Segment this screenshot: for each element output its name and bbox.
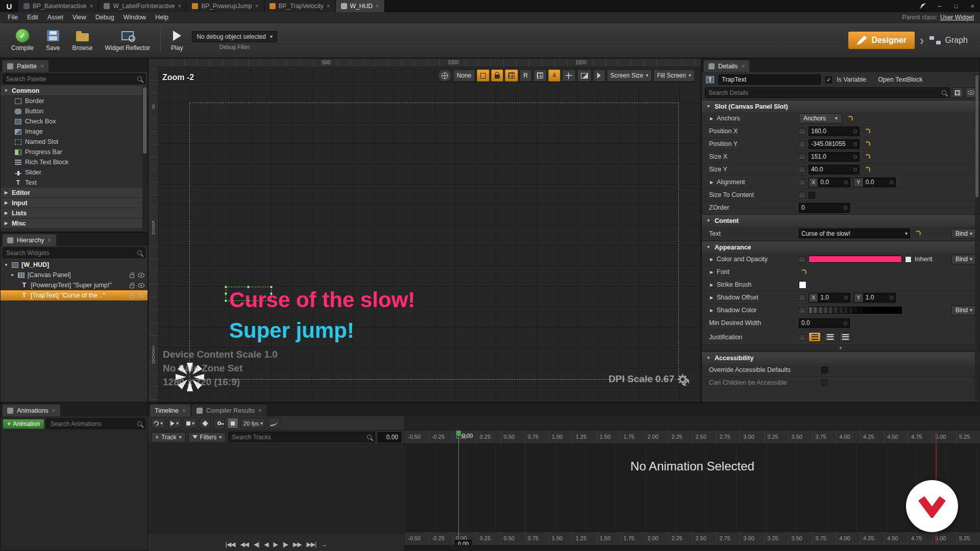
collapsed-arrow-icon[interactable]: ▶	[709, 180, 714, 185]
timeline-horizontal-scrollbar[interactable]	[405, 545, 980, 551]
palette-group-input[interactable]: ▶ Input	[1, 198, 148, 208]
close-icon[interactable]: ×	[48, 237, 52, 243]
scrollbar-thumb[interactable]	[975, 75, 978, 197]
grid-snap-button[interactable]	[533, 69, 547, 82]
close-icon[interactable]: ×	[178, 3, 181, 9]
doc-tab-bp-baseinteractive[interactable]: BP_BaseInteractive ×	[18, 0, 99, 12]
previous-frame-button[interactable]: ◀◀	[240, 541, 248, 548]
reset-to-default-icon[interactable]	[915, 231, 921, 236]
loop-button[interactable]: →	[321, 541, 327, 548]
position-y-field[interactable]: -345.081055	[808, 139, 860, 149]
hierarchy-tab[interactable]: Hierarchy ×	[3, 234, 56, 246]
reset-to-default-icon[interactable]	[865, 129, 870, 134]
section-slot[interactable]: ▼ Slot (Canvas Panel Slot)	[702, 100, 979, 112]
section-content[interactable]: ▼ Content	[702, 214, 979, 227]
palette-tab[interactable]: Palette ×	[3, 60, 48, 72]
dial-icon[interactable]	[890, 296, 893, 299]
alignment-x-field[interactable]: X0.0	[808, 178, 850, 187]
keyframe-icon[interactable]	[799, 128, 805, 134]
keyframe-icon[interactable]	[799, 179, 805, 185]
playback-options-button[interactable]: ▾	[168, 418, 181, 429]
details-search-input[interactable]	[708, 89, 939, 96]
palette-item-border[interactable]: Border	[1, 96, 148, 106]
close-icon[interactable]: ×	[741, 63, 745, 69]
shadow-color-bind-button[interactable]: Bind▾	[951, 306, 976, 315]
dial-icon[interactable]	[844, 206, 847, 210]
reset-to-default-icon[interactable]	[865, 167, 870, 172]
palette-group-editor[interactable]: ▶ Editor	[1, 188, 148, 198]
play-button[interactable]: Play	[165, 27, 189, 54]
close-icon[interactable]: ×	[376, 3, 379, 9]
hierarchy-row-poweruptext[interactable]: T [PowerupText] "Super jump!"	[1, 280, 148, 290]
go-to-front-button[interactable]: |◀◀	[226, 541, 235, 548]
scrollbar-thumb[interactable]	[143, 87, 146, 154]
step-forward-button[interactable]: |▶	[283, 541, 288, 548]
play-reverse-button[interactable]: ◀	[264, 541, 268, 548]
step-back-button[interactable]: ◀|	[254, 541, 259, 548]
expanded-arrow-icon[interactable]: ▼	[4, 88, 9, 93]
save-button[interactable]: Save	[40, 27, 66, 54]
menu-view[interactable]: View	[68, 14, 91, 21]
track-search[interactable]	[228, 432, 375, 442]
keyframe-icon[interactable]	[799, 192, 805, 198]
text-value-input[interactable]	[801, 230, 903, 237]
go-to-end-button[interactable]: ▶▶|	[307, 541, 316, 548]
dial-icon[interactable]	[844, 296, 848, 299]
window-close-button[interactable]: ×	[965, 0, 980, 12]
palette-item-checkbox[interactable]: Check Box	[1, 116, 148, 127]
section-accessibility[interactable]: ▼ Accessibility	[702, 352, 979, 364]
hierarchy-search[interactable]	[3, 247, 145, 258]
debug-object-dropdown[interactable]: No debug object selected ▾	[192, 31, 277, 42]
designer-mode-button[interactable]: Designer	[848, 32, 914, 49]
animations-search-input[interactable]	[50, 420, 134, 428]
hierarchy-row-canvaspanel[interactable]: ▼ [Canvas Panel]	[1, 270, 148, 280]
keyframe-icon[interactable]	[799, 307, 805, 313]
menu-asset[interactable]: Asset	[43, 14, 68, 21]
menu-file[interactable]: File	[3, 14, 22, 21]
close-icon[interactable]: ×	[327, 3, 330, 9]
text-bind-button[interactable]: Bind▾	[951, 229, 976, 238]
open-textblock-link[interactable]: Open TextBlock	[878, 76, 922, 83]
expanded-arrow-icon[interactable]: ▼	[706, 104, 711, 109]
window-minimize-button[interactable]: ─	[932, 0, 947, 12]
shadow-color-swatch-bar[interactable]	[808, 307, 902, 314]
localization-none-button[interactable]: None	[453, 69, 475, 82]
palette-search-input[interactable]	[6, 76, 134, 83]
timeline-body[interactable]	[405, 444, 980, 532]
widget-reflector-button[interactable]: Widget Reflector	[99, 27, 156, 54]
lock-widgets-button[interactable]	[491, 69, 503, 82]
collapsed-arrow-icon[interactable]: ▶	[4, 201, 9, 205]
keyframe-icon[interactable]	[799, 256, 805, 262]
fps-dropdown[interactable]: 20 fps▾	[241, 418, 265, 429]
parent-class-link[interactable]: User Widget	[940, 14, 974, 21]
close-icon[interactable]: ×	[52, 408, 56, 414]
key-all-button[interactable]	[213, 418, 225, 429]
shadow-offset-x-field[interactable]: X1.0	[808, 293, 850, 303]
track-search-input[interactable]	[232, 434, 364, 441]
collapsed-arrow-icon[interactable]: ▶	[709, 257, 714, 262]
details-scrollbar[interactable]	[975, 74, 979, 400]
snapshot-button[interactable]	[227, 418, 238, 429]
overlay-badge[interactable]	[906, 480, 958, 532]
anchors-dropdown[interactable]: Anchors▾	[799, 113, 842, 123]
window-maximize-button[interactable]: □	[948, 0, 964, 12]
close-icon[interactable]: ×	[255, 3, 259, 9]
inherit-checkbox[interactable]	[905, 256, 912, 263]
timeline-tab[interactable]: Timeline ×	[150, 405, 190, 416]
play-forward-button[interactable]: ▶	[274, 541, 278, 548]
playhead-line[interactable]	[458, 431, 459, 551]
timeline-track-view[interactable]: -0.50-0.250.000.250.500.751.001.251.501.…	[405, 416, 980, 551]
text-value-field[interactable]: ▾	[799, 229, 910, 238]
override-accessible-checkbox[interactable]	[821, 367, 828, 373]
shadow-offset-y-field[interactable]: Y1.0	[853, 293, 895, 303]
dial-icon[interactable]	[853, 130, 857, 133]
keyframe-icon[interactable]	[799, 141, 805, 147]
gear-icon[interactable]	[679, 375, 687, 383]
add-track-button[interactable]: + Track ▾	[151, 432, 186, 442]
visibility-eye-icon[interactable]	[138, 293, 144, 298]
section-appearance[interactable]: ▼ Appearance	[702, 241, 979, 253]
respect-locks-button[interactable]: R	[520, 69, 532, 82]
timeline-ruler-bottom[interactable]: -0.50-0.250.000.250.500.751.001.251.501.…	[405, 532, 980, 545]
justify-center-button[interactable]	[824, 332, 836, 342]
screen-size-dropdown[interactable]: Screen Size ▾	[607, 69, 652, 82]
